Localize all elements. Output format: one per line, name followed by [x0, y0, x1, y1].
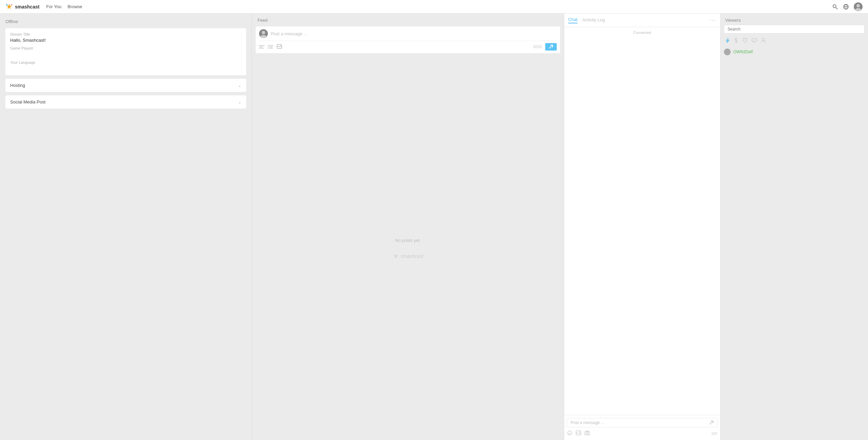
viewer-item: OWN3Delf — [724, 47, 865, 57]
stream-title-label: Stream Title — [10, 32, 241, 36]
svg-point-1 — [6, 4, 8, 5]
lightning-filter-icon[interactable] — [725, 38, 730, 43]
viewers-list: OWN3Delf — [721, 46, 868, 440]
svg-point-31 — [569, 432, 569, 433]
social-media-chevron-icon: ⌄ — [238, 100, 241, 104]
user-filter-icon[interactable] — [761, 38, 766, 43]
feed-header: Feed — [252, 14, 564, 23]
feed-empty: No posts yet. smashcast — [252, 57, 564, 440]
feed-panel: Feed Post a message ... — [252, 14, 564, 440]
stream-title-field: Stream Title Hallo, Smashcast! — [10, 32, 241, 43]
game-played-field: Game Played — [10, 46, 241, 57]
svg-point-10 — [262, 31, 265, 34]
main-layout: Offline Stream Title Hallo, Smashcast! G… — [0, 14, 868, 440]
feed-compose: Post a message ... — [255, 26, 560, 54]
emoji-icon[interactable] — [567, 430, 572, 437]
topnav: smashcast For You Browse — [0, 0, 868, 14]
compose-media-icon[interactable] — [277, 44, 282, 50]
chat-connected-status: Connected — [564, 27, 720, 38]
logo-text: smashcast — [15, 4, 39, 9]
smashcast-logo-icon — [5, 3, 13, 11]
viewers-panel: Viewers — [721, 14, 868, 440]
hosting-label: Hosting — [10, 83, 25, 88]
svg-line-24 — [280, 46, 281, 47]
language-label: Your Language — [10, 60, 241, 64]
compose-top: Post a message ... — [259, 29, 557, 38]
tab-activity-log[interactable]: Activity Log — [582, 17, 605, 23]
game-played-label: Game Played — [10, 46, 241, 50]
svg-point-8 — [856, 4, 860, 7]
left-panel: Offline Stream Title Hallo, Smashcast! G… — [0, 14, 252, 440]
topnav-links: For You Browse — [46, 4, 82, 9]
chat-char-count: 300 — [711, 432, 717, 436]
dollar-filter-icon[interactable] — [734, 38, 738, 43]
viewers-search-input[interactable] — [724, 25, 865, 34]
svg-line-23 — [278, 46, 280, 47]
stream-title-value[interactable]: Hallo, Smashcast! — [10, 38, 241, 43]
chat-more-button[interactable]: ··· — [709, 17, 716, 23]
svg-point-17 — [268, 47, 269, 48]
svg-line-29 — [710, 421, 713, 424]
chat-input-placeholder[interactable]: Post a message ... — [571, 420, 709, 425]
svg-point-43 — [726, 50, 729, 53]
viewers-header: Viewers — [721, 14, 868, 25]
nav-for-you[interactable]: For You — [46, 4, 61, 9]
heart-filter-icon[interactable] — [742, 38, 748, 43]
chat-input-row: Post a message ... — [567, 418, 717, 427]
topnav-right — [832, 2, 863, 11]
svg-line-35 — [577, 433, 578, 434]
offline-status: Offline — [5, 19, 246, 24]
chat-panel: Chat Activity Log ··· Connected Post a m… — [564, 14, 721, 440]
svg-point-15 — [268, 45, 269, 45]
compose-avatar — [259, 29, 268, 38]
svg-point-16 — [268, 46, 269, 47]
chat-filter-icon[interactable] — [752, 38, 757, 43]
svg-point-44 — [725, 53, 730, 55]
chat-input-area: Post a message ... — [564, 415, 720, 440]
svg-line-36 — [578, 433, 579, 434]
svg-point-2 — [11, 4, 12, 5]
camera-icon[interactable] — [585, 431, 590, 436]
chat-header: Chat Activity Log ··· — [564, 14, 720, 27]
language-field: Your Language — [10, 60, 241, 71]
compose-placeholder[interactable]: Post a message ... — [271, 31, 557, 36]
social-media-section[interactable]: Social Media Post ⌄ — [5, 95, 246, 109]
compose-toolbar: 3000 — [259, 41, 557, 51]
svg-point-38 — [579, 432, 580, 432]
svg-point-3 — [833, 4, 836, 7]
globe-icon[interactable] — [843, 4, 849, 10]
logo[interactable]: smashcast — [5, 3, 39, 11]
svg-point-42 — [762, 38, 765, 41]
stream-info-card: Stream Title Hallo, Smashcast! Game Play… — [5, 28, 246, 75]
svg-point-11 — [260, 35, 267, 38]
svg-point-40 — [586, 432, 588, 434]
hosting-chevron-icon: ⌄ — [238, 83, 241, 88]
svg-marker-28 — [393, 254, 398, 258]
compose-text-icon[interactable] — [259, 44, 264, 50]
chat-send-icon[interactable] — [709, 420, 714, 425]
svg-point-26 — [280, 45, 281, 45]
feed-title: Feed — [257, 18, 268, 23]
social-media-label: Social Media Post — [10, 99, 45, 104]
compose-send-button[interactable] — [545, 43, 557, 51]
svg-line-27 — [549, 45, 553, 49]
search-icon[interactable] — [832, 4, 838, 10]
nav-browse[interactable]: Browse — [67, 4, 82, 9]
compose-list-icon[interactable] — [268, 44, 273, 50]
image-icon[interactable] — [576, 431, 581, 436]
language-value[interactable] — [10, 66, 241, 71]
game-played-value[interactable] — [10, 52, 241, 57]
tab-chat[interactable]: Chat — [568, 17, 577, 23]
viewer-avatar — [724, 49, 731, 55]
svg-line-4 — [836, 7, 838, 9]
svg-point-32 — [570, 432, 571, 433]
chat-messages — [564, 38, 720, 415]
feed-watermark: smashcast — [393, 253, 423, 259]
no-posts-text: No posts yet. — [395, 238, 421, 243]
svg-point-9 — [855, 8, 861, 11]
viewer-name: OWN3Delf — [733, 50, 753, 54]
hosting-section[interactable]: Hosting ⌄ — [5, 79, 246, 92]
feed-watermark-text: smashcast — [401, 253, 423, 259]
user-avatar[interactable] — [854, 2, 863, 11]
viewers-filter-row — [721, 36, 868, 46]
